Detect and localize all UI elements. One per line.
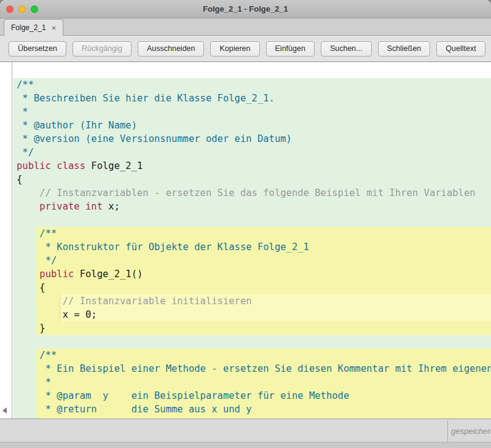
code-token: // Instanzvariable initialisieren: [63, 296, 252, 307]
paste-button[interactable]: Einfügen: [266, 41, 315, 57]
code-token: * @param y ein Beispielparameter für ein…: [17, 390, 349, 401]
copy-button[interactable]: Kopieren: [210, 41, 259, 57]
code-token: public: [39, 269, 74, 280]
traffic-lights: [6, 6, 38, 13]
compile-button[interactable]: Übersetzen: [9, 41, 66, 57]
editor-toolbar: Übersetzen Rückgängig Ausschneiden Kopie…: [0, 36, 491, 62]
code-line[interactable]: public class Folge_2_1: [17, 159, 491, 173]
breakpoint-margin[interactable]: [0, 62, 12, 419]
code-line[interactable]: */: [17, 254, 491, 267]
code-token: * Ein Beispiel einer Methode - ersetzen …: [17, 363, 491, 374]
code-line[interactable]: [17, 213, 491, 227]
code-token: * Konstruktor für Objekte der Klasse Fol…: [17, 242, 309, 253]
code-token: *: [17, 106, 28, 117]
code-token: int: [85, 201, 103, 212]
code-area[interactable]: /** * Beschreiben Sie hier die Klasse Fo…: [13, 62, 491, 419]
code-line[interactable]: * @return die Summe aus x und y: [17, 403, 491, 416]
editor-window: Folge_2_1 - Folge_2_1 Folge_2_1 × Überse…: [0, 0, 491, 448]
code-line[interactable]: * Ein Beispiel einer Methode - ersetzen …: [17, 362, 491, 375]
code-line[interactable]: * Beschreiben Sie hier die Klasse Folge_…: [17, 92, 491, 105]
code-token: [17, 269, 39, 280]
code-line[interactable]: * @param y ein Beispielparameter für ein…: [17, 389, 491, 403]
status-divider: [447, 420, 448, 442]
code-line[interactable]: *: [17, 105, 491, 119]
code-token: /**: [17, 228, 57, 239]
window-footer: [0, 442, 491, 448]
code-line[interactable]: {: [17, 173, 491, 186]
code-line[interactable]: /**: [17, 227, 491, 240]
code-token: [80, 201, 85, 212]
code-token: private: [39, 201, 79, 212]
tab-bar: Folge_2_1 ×: [0, 18, 491, 36]
code-line[interactable]: * @version (eine Versionsnummer oder ein…: [17, 132, 491, 146]
code-token: public: [17, 160, 51, 171]
code-line[interactable]: // Instanzvariable initialisieren: [17, 294, 491, 308]
cut-button[interactable]: Ausschneiden: [138, 41, 205, 57]
code-token: [17, 201, 39, 212]
code-token: /**: [17, 350, 57, 361]
status-bar: gespeichert: [0, 419, 491, 448]
code-token: */: [17, 147, 34, 158]
code-token: * Beschreiben Sie hier die Klasse Folge_…: [17, 93, 275, 104]
code-line[interactable]: /**: [17, 348, 491, 362]
code-token: */: [17, 255, 57, 266]
code-token: * @version (eine Versionsnummer oder ein…: [17, 133, 292, 144]
code-line[interactable]: * @author (Ihr Name): [17, 119, 491, 132]
code-line[interactable]: x = 0;: [17, 308, 491, 321]
source-view-button[interactable]: Quelltext: [436, 41, 485, 57]
code-line[interactable]: public Folge_2_1(): [17, 267, 491, 281]
code-line[interactable]: /**: [17, 78, 491, 92]
undo-button[interactable]: Rückgängig: [73, 41, 132, 57]
code-token: Folge_2_1(): [74, 269, 143, 280]
title-bar[interactable]: Folge_2_1 - Folge_2_1: [0, 0, 491, 18]
tab-close-icon[interactable]: ×: [52, 24, 57, 32]
code-token: [17, 187, 39, 198]
code-token: x;: [103, 201, 120, 212]
minimize-window-button[interactable]: [18, 6, 26, 13]
code-token: x = 0;: [17, 309, 97, 320]
code-token: /**: [17, 79, 34, 90]
code-line[interactable]: // Instanzvariablen - ersetzen Sie das f…: [17, 186, 491, 200]
code-editor[interactable]: /** * Beschreiben Sie hier die Klasse Fo…: [0, 62, 491, 419]
save-status-text: gespeichert: [451, 426, 491, 436]
code-token: * @author (Ihr Name): [17, 120, 137, 131]
code-line[interactable]: *: [17, 375, 491, 389]
zoom-window-button[interactable]: [31, 6, 38, 13]
code-token: * @return die Summe aus x und y: [17, 404, 252, 415]
code-token: class: [57, 160, 85, 171]
code-token: }: [17, 323, 45, 334]
tab-folge-2-1[interactable]: Folge_2_1 ×: [4, 19, 63, 36]
code-line[interactable]: {: [17, 281, 491, 294]
find-button[interactable]: Suchen...: [321, 41, 372, 57]
code-token: Folge_2_1: [85, 160, 143, 171]
window-title: Folge_2_1 - Folge_2_1: [203, 4, 288, 14]
code-lines[interactable]: /** * Beschreiben Sie hier die Klasse Fo…: [13, 62, 491, 419]
code-token: {: [17, 282, 45, 293]
code-token: {: [17, 174, 22, 185]
code-line[interactable]: private int x;: [17, 200, 491, 213]
code-line[interactable]: * Konstruktor für Objekte der Klasse Fol…: [17, 240, 491, 254]
hscroll-left-arrow-icon[interactable]: [2, 407, 7, 414]
code-token: // Instanzvariablen - ersetzen Sie das f…: [39, 187, 475, 198]
code-line[interactable]: [17, 335, 491, 348]
code-line[interactable]: }: [17, 321, 491, 335]
close-window-button[interactable]: [6, 6, 14, 13]
code-token: [51, 160, 57, 171]
close-editor-button[interactable]: Schließen: [378, 41, 431, 57]
code-line[interactable]: */: [17, 146, 491, 159]
code-token: [17, 296, 63, 307]
tab-label: Folge_2_1: [11, 23, 46, 32]
code-token: *: [17, 377, 51, 388]
